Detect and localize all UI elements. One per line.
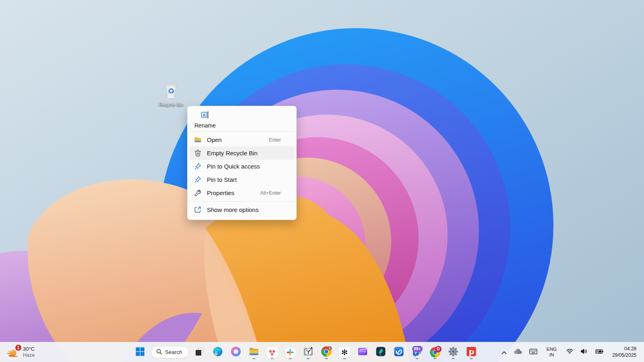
taskbar-app-slack[interactable] xyxy=(283,345,297,360)
asana-icon xyxy=(266,347,278,358)
clock-app-icon xyxy=(303,346,314,359)
haze-weather-icon: 1 xyxy=(6,346,19,359)
menu-item-label: Pin to Start xyxy=(207,176,237,183)
taskbar-app-clipchamp[interactable] xyxy=(355,345,370,360)
taskbar-app-settings[interactable] xyxy=(446,345,460,360)
svg-text:A: A xyxy=(202,113,206,117)
tray-wifi[interactable] xyxy=(564,345,576,360)
taskbar-app-powtoon[interactable]: p xyxy=(464,345,479,360)
menu-item-empty-recycle-bin[interactable]: Empty Recycle Bin xyxy=(190,146,294,160)
menu-item-pin-to-quick-access[interactable]: Pin to Quick access xyxy=(190,160,294,173)
running-indicator xyxy=(415,358,418,359)
menu-item-label: Empty Recycle Bin xyxy=(207,150,258,156)
edge-icon xyxy=(212,346,223,359)
menu-item-pin-to-start[interactable]: Pin to Start xyxy=(190,173,294,186)
file-explorer-icon xyxy=(248,346,260,359)
task-view-icon xyxy=(194,346,205,359)
taskbar-center: Search xyxy=(133,342,479,362)
copilot-icon xyxy=(230,346,242,359)
taskbar: 1 30°C Haze xyxy=(0,342,644,362)
menu-item-shortcut: Enter xyxy=(269,137,281,143)
rename-icon: A xyxy=(201,111,209,121)
recycle-bin-desktop-icon[interactable]: ♻ Recycle Bin xyxy=(156,81,186,107)
pin-icon xyxy=(194,162,202,170)
onedrive-cloud-icon xyxy=(514,348,522,356)
context-menu-items: Open Enter Empty Recycle Bin xyxy=(188,132,296,201)
taskbar-app-teams[interactable]: 99+ xyxy=(410,345,424,360)
rename-button[interactable]: A Rename xyxy=(191,109,219,130)
taskbar-app-edge[interactable] xyxy=(211,345,225,360)
svg-text:✻: ✻ xyxy=(341,347,348,357)
start-button[interactable] xyxy=(133,345,147,360)
context-menu-rename-section: A Rename xyxy=(188,106,296,131)
chrome-profile-badge: D xyxy=(435,346,442,352)
clock-display: 04:28 29/05/2025 xyxy=(611,346,638,358)
taskbar-app-clock[interactable] xyxy=(301,345,316,360)
system-tray: ENG IN xyxy=(500,342,640,362)
tray-clock[interactable]: 04:28 29/05/2025 xyxy=(609,345,640,360)
wrench-icon xyxy=(194,189,202,197)
search-box[interactable]: Search xyxy=(151,346,189,358)
desktop[interactable]: ♻ Recycle Bin A Rename xyxy=(0,0,644,362)
taskbar-app-copilot[interactable] xyxy=(229,345,243,360)
language-line1: ENG xyxy=(547,347,557,352)
taskbar-app-asana[interactable] xyxy=(265,345,279,360)
taskbar-app-chrome[interactable] xyxy=(319,345,334,360)
tray-show-hidden-icons[interactable] xyxy=(500,345,509,360)
folder-icon xyxy=(194,136,202,144)
svg-text:p: p xyxy=(469,347,474,356)
menu-item-label: Show more options xyxy=(207,206,258,213)
tray-language-switcher[interactable]: ENG IN xyxy=(542,345,561,360)
menu-item-label: Pin to Quick access xyxy=(207,163,260,170)
chatgpt-icon: ✻ xyxy=(339,347,350,358)
running-indicator xyxy=(289,358,291,359)
trash-icon xyxy=(194,149,202,157)
battery-charging-icon xyxy=(594,348,604,356)
menu-item-show-more-options[interactable]: Show more options xyxy=(190,203,294,216)
pin-icon xyxy=(194,176,202,183)
recycle-bin-label: Recycle Bin xyxy=(159,102,184,107)
taskbar-app-blue[interactable] xyxy=(392,345,406,360)
taskbar-app-chatgpt[interactable]: ✻ xyxy=(337,345,352,360)
weather-text: 30°C Haze xyxy=(23,346,35,358)
running-indicator xyxy=(270,358,273,359)
menu-item-label: Open xyxy=(207,136,222,143)
taskbar-app-file-explorer[interactable] xyxy=(247,345,261,360)
menu-item-shortcut: Alt+Enter xyxy=(260,190,281,196)
menu-item-open[interactable]: Open Enter xyxy=(190,133,294,146)
notification-badge: 1 xyxy=(15,344,22,351)
chevron-up-icon xyxy=(502,349,507,356)
settings-gear-icon xyxy=(448,346,459,359)
clipchamp-icon xyxy=(357,346,368,359)
weather-condition: Haze xyxy=(23,352,35,358)
taskbar-app-chrome-profile-2[interactable]: D xyxy=(428,345,442,360)
language-line2: IN xyxy=(549,352,554,358)
menu-item-label: Properties xyxy=(207,189,234,196)
menu-item-properties[interactable]: Properties Alt+Enter xyxy=(190,186,294,200)
language-indicator: ENG IN xyxy=(544,347,559,358)
tray-volume[interactable] xyxy=(578,345,590,360)
chrome-icon xyxy=(321,346,332,359)
powtoon-icon: p xyxy=(466,346,477,359)
running-indicator xyxy=(343,358,346,359)
running-indicator xyxy=(470,358,473,359)
tray-time: 04:28 xyxy=(624,346,636,352)
weather-temperature: 30°C xyxy=(23,346,35,352)
search-label: Search xyxy=(165,349,182,355)
running-indicator xyxy=(433,358,436,359)
rename-label: Rename xyxy=(194,122,216,129)
wifi-icon xyxy=(566,348,574,356)
search-icon xyxy=(156,349,162,356)
blue-app-icon xyxy=(393,346,405,359)
running-indicator xyxy=(252,358,255,359)
weather-widget[interactable]: 1 30°C Haze xyxy=(3,342,38,362)
tray-onedrive[interactable] xyxy=(512,345,524,360)
recycle-bin-icon: ♻ xyxy=(162,81,180,101)
teams-unread-badge: 99+ xyxy=(412,346,423,352)
recycle-bin-context-menu: A Rename Open Enter xyxy=(187,106,297,220)
running-indicator xyxy=(452,358,454,359)
taskbar-app-filmora[interactable] xyxy=(374,345,388,360)
tray-touch-keyboard[interactable] xyxy=(527,345,539,360)
tray-battery[interactable] xyxy=(592,345,606,360)
task-view-button[interactable] xyxy=(192,345,207,360)
